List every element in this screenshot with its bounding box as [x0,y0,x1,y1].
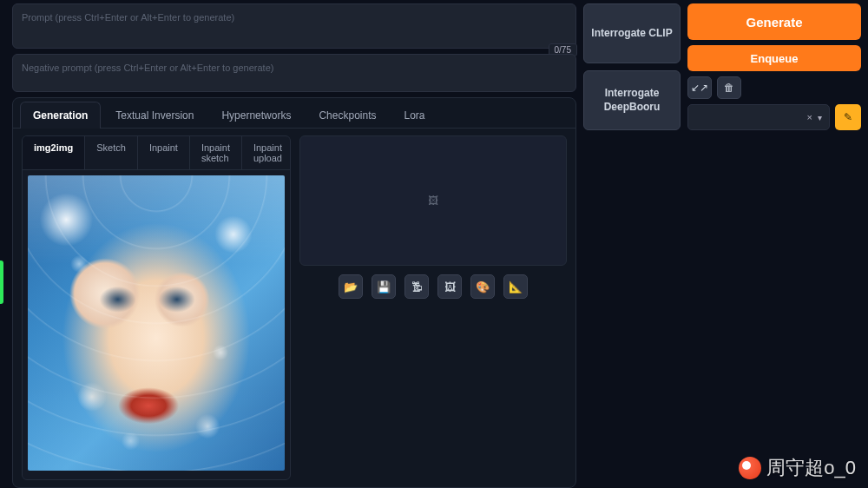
send-img2img-button[interactable]: 🖼 [437,274,462,299]
watermark-text: 周守超o_0 [766,455,856,481]
output-button-row: 📂 💾 🗜 🖼 🎨 📐 [299,274,567,299]
clear-button[interactable]: 🗑 [717,76,741,99]
interrogate-deepbooru-button[interactable]: Interrogate DeepBooru [583,70,681,130]
subtab-inpaint-upload[interactable]: Inpaint upload [242,136,291,169]
expand-button[interactable]: ↙↗ [687,76,712,99]
negative-prompt-textarea[interactable]: Negative prompt (press Ctrl+Enter or Alt… [12,54,576,92]
generation-panel: Generation Textual Inversion Hypernetwor… [12,97,576,488]
subtab-inpaint[interactable]: Inpaint [138,136,190,169]
styles-clear-icon[interactable]: × [807,112,812,122]
interrogate-clip-button[interactable]: Interrogate CLIP [583,3,681,63]
generate-button[interactable]: Generate [687,3,861,40]
styles-caret-icon: ▾ [818,113,822,122]
subtab-img2img[interactable]: img2img [23,136,85,169]
enqueue-button[interactable]: Enqueue [687,45,861,71]
subtab-inpaint-sketch[interactable]: Inpaint sketch [190,136,242,169]
styles-select[interactable]: × ▾ [687,104,830,130]
prompt-textarea[interactable]: Prompt (press Ctrl+Enter or Alt+Enter to… [12,3,576,49]
send-extras-button[interactable]: 📐 [503,274,528,299]
main-tab-row: Generation Textual Inversion Hypernetwor… [13,98,575,129]
uploaded-image [28,175,285,471]
watermark: 周守超o_0 [739,455,856,481]
progress-indicator [0,260,3,304]
enqueue-label: Enqueue [751,52,799,65]
output-pane: 🖾 📂 💾 🗜 🖼 🎨 📐 [299,135,567,480]
interrogate-clip-label: Interrogate CLIP [591,27,672,41]
save-button[interactable]: 💾 [372,274,396,299]
generate-label: Generate [746,15,802,30]
tab-checkpoints[interactable]: Checkpoints [306,102,389,129]
weibo-logo-icon [739,457,761,479]
negative-prompt-placeholder: Negative prompt (press Ctrl+Enter or Alt… [22,63,273,73]
input-canvas-pane: img2img Sketch Inpaint Inpaint sketch In… [22,135,291,480]
open-folder-button[interactable]: 📂 [339,274,363,299]
sub-tab-row: img2img Sketch Inpaint Inpaint sketch In… [23,136,290,170]
edit-styles-button[interactable]: ✎ [835,104,861,130]
output-preview: 🖾 [299,135,567,266]
zip-button[interactable]: 🗜 [404,274,429,299]
image-placeholder-icon: 🖾 [428,195,438,207]
prompt-placeholder: Prompt (press Ctrl+Enter or Alt+Enter to… [22,12,234,23]
tab-textual-inversion[interactable]: Textual Inversion [102,102,207,129]
tab-hypernetworks[interactable]: Hypernetworks [208,102,304,129]
interrogate-deepbooru-label: Interrogate DeepBooru [604,87,661,114]
tab-generation[interactable]: Generation [20,102,101,129]
input-image-slot[interactable]: × [23,170,290,479]
tab-lora[interactable]: Lora [391,102,437,129]
send-inpaint-button[interactable]: 🎨 [470,274,495,299]
subtab-sketch[interactable]: Sketch [85,136,138,169]
pencil-icon: ✎ [844,111,852,123]
